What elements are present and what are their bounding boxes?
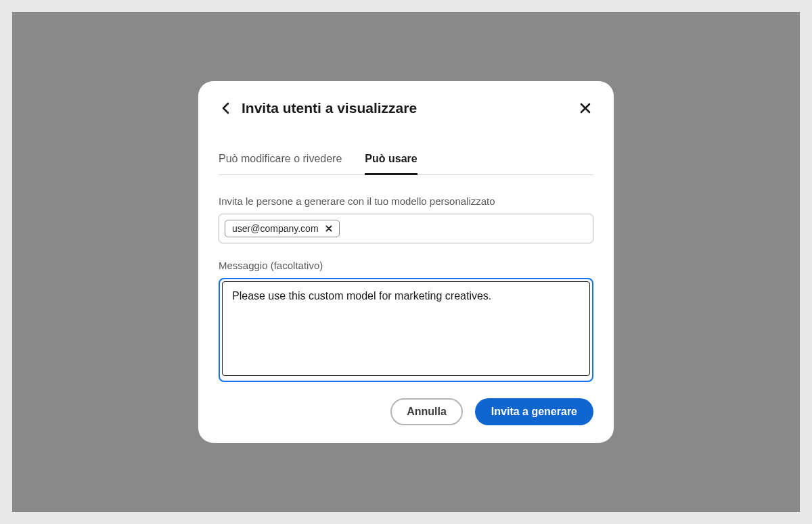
email-chip-text: user@company.com bbox=[232, 223, 319, 234]
email-input[interactable] bbox=[344, 220, 587, 237]
email-chip: user@company.com bbox=[225, 220, 340, 237]
back-button[interactable] bbox=[219, 101, 232, 115]
remove-chip-button[interactable] bbox=[324, 224, 334, 233]
tab-can-use[interactable]: Può usare bbox=[365, 153, 417, 175]
close-icon bbox=[579, 102, 591, 114]
submit-button[interactable]: Invita a generare bbox=[475, 398, 593, 425]
invite-dialog: Invita utenti a visualizzare Può modific… bbox=[198, 81, 614, 443]
tabs: Può modificare o rivedere Può usare bbox=[219, 153, 593, 175]
invite-label: Invita le persone a generare con il tuo … bbox=[219, 195, 593, 207]
dialog-header: Invita utenti a visualizzare bbox=[219, 100, 593, 116]
dialog-backdrop: Invita utenti a visualizzare Può modific… bbox=[12, 12, 800, 512]
dialog-footer: Annulla Invita a generare bbox=[219, 398, 593, 425]
email-input-container[interactable]: user@company.com bbox=[219, 214, 593, 243]
chevron-left-icon bbox=[222, 102, 229, 114]
cancel-button[interactable]: Annulla bbox=[390, 398, 463, 425]
tab-can-edit-review[interactable]: Può modificare o rivedere bbox=[219, 153, 342, 175]
header-left: Invita utenti a visualizzare bbox=[219, 100, 417, 116]
close-icon bbox=[325, 225, 332, 232]
message-textarea[interactable] bbox=[222, 281, 590, 376]
dialog-title: Invita utenti a visualizzare bbox=[242, 100, 417, 116]
message-label: Messaggio (facoltativo) bbox=[219, 260, 593, 271]
close-button[interactable] bbox=[577, 100, 593, 116]
message-focus-ring bbox=[219, 278, 593, 382]
